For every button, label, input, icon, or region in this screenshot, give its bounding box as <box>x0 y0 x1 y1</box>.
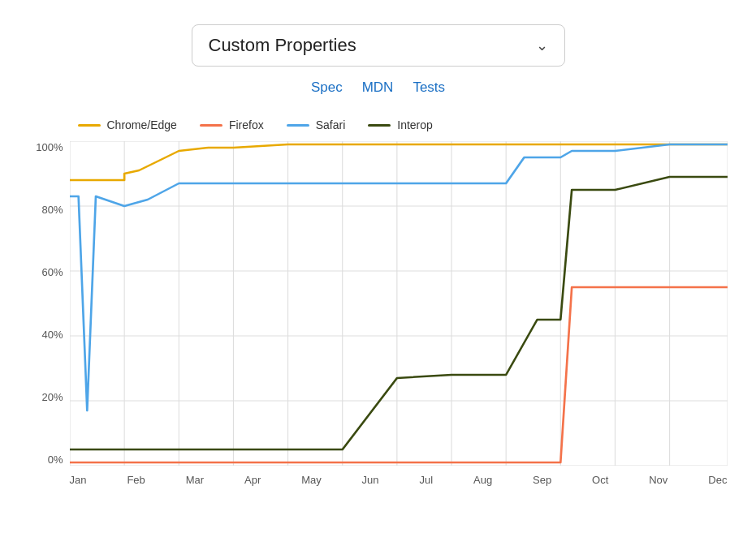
x-label-oct: Oct <box>592 474 608 486</box>
x-label-aug: Aug <box>473 474 492 486</box>
chart-container: Chrome/Edge Firefox Safari Interop 100% … <box>29 118 728 486</box>
x-label-feb: Feb <box>127 474 145 486</box>
legend-safari: Safari <box>287 118 346 131</box>
safari-line-icon <box>287 124 309 127</box>
y-label-80: 80% <box>41 204 63 216</box>
x-label-apr: Apr <box>244 474 261 486</box>
legend-firefox-label: Firefox <box>229 118 264 131</box>
y-label-40: 40% <box>41 329 63 341</box>
dropdown-label: Custom Properties <box>209 35 356 56</box>
chart-area: 100% 80% 60% 40% 20% 0% <box>29 141 728 469</box>
mdn-link[interactable]: MDN <box>362 80 394 96</box>
x-label-may: May <box>301 474 322 486</box>
y-label-0: 0% <box>48 454 63 466</box>
interop-line-icon <box>368 124 391 127</box>
spec-link[interactable]: Spec <box>311 80 343 96</box>
firefox-line-icon <box>200 124 222 127</box>
links-row: Spec MDN Tests <box>311 80 445 96</box>
chart-legend: Chrome/Edge Firefox Safari Interop <box>78 118 728 131</box>
y-label-60: 60% <box>41 266 63 278</box>
chart-svg <box>70 141 728 469</box>
x-label-jan: Jan <box>70 474 87 486</box>
x-label-mar: Mar <box>186 474 204 486</box>
legend-interop: Interop <box>368 118 433 131</box>
x-label-sep: Sep <box>533 474 551 486</box>
legend-firefox: Firefox <box>200 118 264 131</box>
x-label-dec: Dec <box>708 474 727 486</box>
x-axis: Jan Feb Mar Apr May Jun Jul Aug Sep Oct … <box>70 474 728 486</box>
legend-interop-label: Interop <box>397 118 433 131</box>
y-label-100: 100% <box>36 141 63 153</box>
legend-safari-label: Safari <box>316 118 346 131</box>
custom-properties-dropdown[interactable]: Custom Properties ⌄ <box>192 24 565 67</box>
chrome-edge-line-icon <box>78 124 101 127</box>
legend-chrome-edge: Chrome/Edge <box>78 118 177 131</box>
tests-link[interactable]: Tests <box>413 80 445 96</box>
x-label-nov: Nov <box>649 474 667 486</box>
y-label-20: 20% <box>41 391 63 403</box>
x-label-jul: Jul <box>419 474 433 486</box>
chevron-down-icon: ⌄ <box>536 37 548 54</box>
x-label-jun: Jun <box>362 474 379 486</box>
y-axis: 100% 80% 60% 40% 20% 0% <box>29 141 70 466</box>
legend-chrome-edge-label: Chrome/Edge <box>107 118 177 131</box>
dropdown-wrapper: Custom Properties ⌄ <box>192 24 565 67</box>
